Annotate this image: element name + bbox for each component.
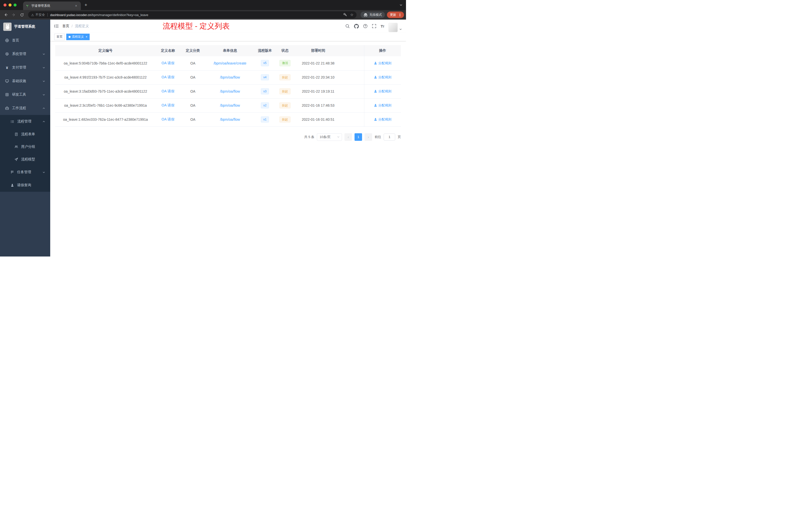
flag-icon <box>10 171 14 174</box>
definition-name-link[interactable]: OA 请假 <box>162 89 174 93</box>
sidebar-item-process-model[interactable]: 流程模型 <box>0 153 50 165</box>
password-key-icon[interactable] <box>343 13 347 17</box>
page-size-select[interactable]: 10条/页 <box>317 133 342 141</box>
zoom-window-button[interactable] <box>13 3 17 6</box>
sidebar-item-process-mgmt[interactable]: 流程管理 <box>0 115 50 128</box>
cell-filler <box>342 70 364 84</box>
close-window-button[interactable] <box>3 3 6 6</box>
security-indicator[interactable]: ⚠ 不安全 <box>31 13 45 17</box>
prev-page-button[interactable]: ‹ <box>345 133 352 141</box>
favicon-sprout-icon <box>26 4 29 8</box>
hamburger-icon[interactable] <box>54 24 59 28</box>
tab-close-icon[interactable]: × <box>74 3 78 8</box>
status-badge: 挂起 <box>280 102 290 109</box>
table-header-row: 定义编号 定义名称 定义分类 表单信息 流程版本 状态 部署时间 操作 <box>55 45 401 56</box>
version-badge: v2 <box>261 102 269 109</box>
tab-search-chevron-icon[interactable] <box>400 3 403 6</box>
bookmark-star-icon[interactable]: ☆ <box>350 12 353 17</box>
new-tab-button[interactable]: + <box>82 1 89 8</box>
pagination-total: 共 5 条 <box>304 135 314 139</box>
cell-definition-id: oa_leave:5:004b710b-7b8a-11ec-8ef0-acde4… <box>55 56 156 70</box>
sidebar-item-workflow[interactable]: 工作流程 <box>0 101 50 115</box>
github-icon[interactable] <box>354 24 359 29</box>
user-icon <box>374 76 377 79</box>
incognito-icon <box>364 13 368 17</box>
avatar[interactable] <box>388 23 398 32</box>
sidebar-item-system[interactable]: 系统管理 <box>0 47 50 61</box>
assign-rule-link[interactable]: 分配规则 <box>374 117 392 122</box>
version-badge: v5 <box>261 60 269 66</box>
form-link[interactable]: /bpm/oa/flow <box>220 89 240 93</box>
definition-name-link[interactable]: OA 请假 <box>162 103 174 107</box>
forward-button[interactable] <box>10 11 18 19</box>
help-icon[interactable] <box>363 24 368 28</box>
sidebar-item-dev-tools[interactable]: 研发工具 <box>0 88 50 101</box>
definition-name-link[interactable]: OA 请假 <box>162 75 174 79</box>
workflow-submenu: 流程管理 流程表单 用户分组 流程模型 <box>0 115 50 192</box>
chevron-down-icon <box>337 135 340 138</box>
assign-rule-link[interactable]: 分配规则 <box>374 89 392 94</box>
chevron-up-icon <box>42 120 45 123</box>
sidebar-item-leave-query[interactable]: 请假查询 <box>0 179 50 192</box>
sidebar-item-label: 流程表单 <box>21 132 35 137</box>
form-link[interactable]: /bpm/oa/flow <box>220 117 240 121</box>
browser-tab-strip: 芋道管理系统 × + <box>0 0 406 10</box>
tag-close-icon[interactable]: × <box>86 35 87 39</box>
definition-name-link[interactable]: OA 请假 <box>162 61 174 65</box>
sidebar-item-user-group[interactable]: 用户分组 <box>0 141 50 153</box>
chevron-down-icon <box>42 66 45 69</box>
table-row: oa_leave:4:991f2193-7b7f-11ec-a3c8-acde4… <box>55 70 401 84</box>
breadcrumb-current: 流程定义 <box>75 24 89 28</box>
browser-menu-kebab-icon[interactable]: ⋮ <box>398 13 402 17</box>
sidebar-item-task-mgmt[interactable]: 任务管理 <box>0 165 50 179</box>
reload-button[interactable] <box>18 11 26 19</box>
cell-filler <box>342 84 364 98</box>
browser-tab[interactable]: 芋道管理系统 × <box>23 1 81 10</box>
search-icon[interactable] <box>345 24 350 28</box>
table-row: oa_leave:5:004b710b-7b8a-11ec-8ef0-acde4… <box>55 56 401 70</box>
back-button[interactable] <box>2 11 9 19</box>
tags-view-bar: 首页 流程定义 × <box>50 33 406 41</box>
tag-home[interactable]: 首页 <box>54 34 65 40</box>
goto-page-input[interactable] <box>384 133 395 141</box>
cell-definition-id: oa_leave:4:991f2193-7b7f-11ec-a3c8-acde4… <box>55 70 156 84</box>
user-menu[interactable] <box>388 20 402 32</box>
toolbox-icon <box>5 93 9 97</box>
tag-process-definition[interactable]: 流程定义 × <box>66 34 90 40</box>
update-button[interactable]: 更新 ⋮ <box>387 11 404 18</box>
font-size-icon[interactable]: TT <box>381 24 384 28</box>
breadcrumb: 首页 / 流程定义 <box>62 24 89 28</box>
fullscreen-icon[interactable] <box>372 24 376 28</box>
user-icon <box>374 118 377 121</box>
definition-name-link[interactable]: OA 请假 <box>162 117 174 121</box>
sidebar-logo[interactable]: 芋道管理系统 <box>0 20 50 34</box>
assign-rule-label: 分配规则 <box>378 103 392 108</box>
yen-icon: ¥ <box>5 65 9 70</box>
sidebar-item-home[interactable]: 首页 <box>0 34 50 47</box>
assign-rule-label: 分配规则 <box>378 89 392 94</box>
sidebar-item-label: 流程模型 <box>21 157 35 162</box>
sidebar: 芋道管理系统 首页 系统管理 ¥ 支付管理 基础设施 <box>0 20 50 256</box>
form-link[interactable]: /bpm/oa/flow <box>220 103 240 108</box>
form-link[interactable]: /bpm/oa/leave/create <box>214 61 246 65</box>
user-icon <box>374 90 377 93</box>
url-bar[interactable]: ⚠ 不安全 dashboard.yudao.iocoder.cn/bpm/man… <box>28 11 356 18</box>
form-link[interactable]: /bpm/oa/flow <box>220 75 240 79</box>
assign-rule-link[interactable]: 分配规则 <box>374 61 392 65</box>
monitor-icon <box>5 79 9 83</box>
sidebar-item-label: 基础设施 <box>12 79 26 83</box>
minimize-window-button[interactable] <box>8 3 11 6</box>
page-size-value: 10条/页 <box>320 135 331 139</box>
next-page-button[interactable]: › <box>365 133 372 141</box>
cell-deploy-time: 2022-01-16 17:46:53 <box>295 98 342 113</box>
current-page-button[interactable]: 1 <box>354 133 362 141</box>
breadcrumb-home[interactable]: 首页 <box>62 24 69 28</box>
assign-rule-link[interactable]: 分配规则 <box>374 75 392 80</box>
col-definition-id: 定义编号 <box>55 45 156 56</box>
url-path: /bpm/manager/definition?key=oa_leave <box>91 13 148 17</box>
sidebar-item-payment[interactable]: ¥ 支付管理 <box>0 61 50 74</box>
assign-rule-link[interactable]: 分配规则 <box>374 103 392 108</box>
sidebar-item-process-form[interactable]: 流程表单 <box>0 128 50 141</box>
sidebar-item-infrastructure[interactable]: 基础设施 <box>0 74 50 88</box>
cell-definition-id: oa_leave:1:482ec033-762a-11ec-8477-a2380… <box>55 113 156 126</box>
